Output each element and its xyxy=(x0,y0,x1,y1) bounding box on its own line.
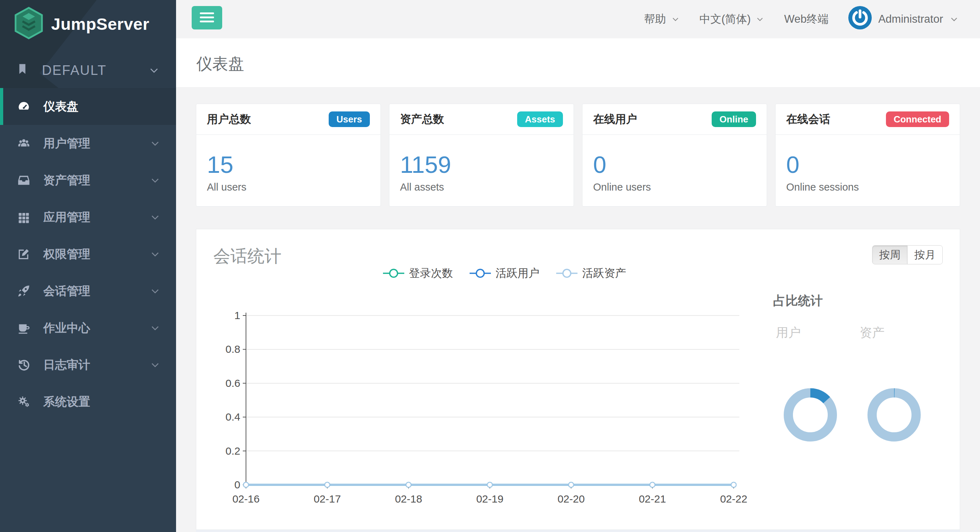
sidebar-item-label: 系统设置 xyxy=(43,394,90,410)
top-bar: 帮助 中文(简体) Web终端 Administrator xyxy=(176,0,980,38)
sidebar-toggle-button[interactable] xyxy=(192,6,222,29)
sidebar-item-label: 日志审计 xyxy=(43,357,90,373)
svg-text:02-21: 02-21 xyxy=(639,493,666,505)
range-toggle-group: 按周 按月 xyxy=(872,245,943,264)
legend-item-0[interactable]: 登录次数 xyxy=(383,266,453,281)
stat-card-total-users: 用户总数Users15All users xyxy=(196,104,381,206)
sidebar-header: JumpServer DEFAULT xyxy=(0,0,176,88)
chevron-down-icon xyxy=(150,359,161,370)
stat-cards-row: 用户总数Users15All users资产总数Assets1159All as… xyxy=(196,104,960,206)
sidebar: JumpServer DEFAULT 仪表盘用户管理资产管理应用管理权限管理会话… xyxy=(0,0,176,532)
language-menu[interactable]: 中文(简体) xyxy=(700,12,765,27)
sidebar-item-settings[interactable]: 系统设置 xyxy=(0,383,176,420)
range-week-button[interactable]: 按周 xyxy=(872,245,908,264)
top-right-menu: 帮助 中文(简体) Web终端 Administrator xyxy=(644,0,959,38)
stat-card-body: 15All users xyxy=(196,135,380,193)
legend-item-1[interactable]: 活跃用户 xyxy=(469,266,539,281)
sidebar-item-users[interactable]: 用户管理 xyxy=(0,125,176,162)
sidebar-item-assets[interactable]: 资产管理 xyxy=(0,162,176,199)
chart-legend: 登录次数活跃用户活跃资产 xyxy=(383,266,626,281)
stat-card-desc: All assets xyxy=(400,181,563,193)
panel-title: 会话统计 xyxy=(213,245,282,268)
chevron-down-icon xyxy=(150,212,161,222)
ratio-title: 占比统计 xyxy=(773,292,823,309)
user-menu[interactable]: Administrator xyxy=(848,6,959,32)
org-selector[interactable]: DEFAULT xyxy=(0,52,176,88)
svg-text:02-19: 02-19 xyxy=(476,493,504,505)
range-month-button[interactable]: 按月 xyxy=(907,245,943,264)
stat-card-badge: Users xyxy=(329,111,370,127)
help-menu[interactable]: 帮助 xyxy=(644,12,680,27)
chevron-down-icon xyxy=(671,15,680,24)
users-icon xyxy=(16,137,32,150)
svg-text:0.2: 0.2 xyxy=(225,445,240,457)
sidebar-item-label: 应用管理 xyxy=(43,210,90,226)
sidebar-menu: 仪表盘用户管理资产管理应用管理权限管理会话管理作业中心日志审计系统设置 xyxy=(0,88,176,420)
page-title-band: 仪表盘 xyxy=(176,38,980,88)
chevron-down-icon xyxy=(150,175,161,186)
page-title: 仪表盘 xyxy=(196,53,244,75)
stat-card-desc: Online users xyxy=(593,181,756,193)
sidebar-item-label: 会话管理 xyxy=(43,283,90,299)
stat-card-title: 资产总数 xyxy=(400,112,444,127)
chevron-down-icon xyxy=(150,322,161,333)
stat-card-badge: Connected xyxy=(886,111,949,127)
assets-donut-chart xyxy=(864,385,924,445)
stat-card-desc: Online sessions xyxy=(786,181,949,193)
stat-card-body: 0Online sessions xyxy=(776,135,960,193)
legend-item-2[interactable]: 活跃资产 xyxy=(556,266,626,281)
users-donut-label: 用户 xyxy=(776,324,801,341)
stat-card-value: 0 xyxy=(786,152,949,176)
legend-label: 活跃资产 xyxy=(582,266,626,281)
stat-card-title: 在线用户 xyxy=(593,112,637,127)
svg-text:0: 0 xyxy=(234,479,240,491)
stat-card-title: 在线会话 xyxy=(786,112,830,127)
line-series-marker-icon xyxy=(383,268,405,278)
stat-card-online-users: 在线用户Online0Online users xyxy=(582,104,767,206)
sidebar-item-dashboard[interactable]: 仪表盘 xyxy=(0,88,176,125)
chevron-down-icon xyxy=(150,138,161,149)
line-series-marker-icon xyxy=(556,268,578,278)
svg-text:1: 1 xyxy=(234,310,240,321)
stat-card-title: 用户总数 xyxy=(207,112,251,127)
bookmark-icon xyxy=(16,63,29,78)
stat-card-online-sessions: 在线会话Connected0Online sessions xyxy=(775,104,960,206)
history-icon xyxy=(16,358,32,372)
chevron-down-icon xyxy=(150,249,161,259)
avatar xyxy=(848,6,872,32)
sidebar-item-apps[interactable]: 应用管理 xyxy=(0,199,176,236)
stat-card-header: 用户总数Users xyxy=(196,104,380,135)
sidebar-item-audit[interactable]: 日志审计 xyxy=(0,346,176,383)
stat-card-body: 1159All assets xyxy=(389,135,574,193)
legend-label: 登录次数 xyxy=(409,266,453,281)
stat-card-header: 在线用户Online xyxy=(582,104,767,135)
username-label: Administrator xyxy=(878,13,943,25)
coffee-icon xyxy=(16,321,32,335)
sidebar-item-sessions[interactable]: 会话管理 xyxy=(0,273,176,310)
legend-label: 活跃用户 xyxy=(495,266,539,281)
sidebar-item-label: 资产管理 xyxy=(43,173,90,189)
help-label: 帮助 xyxy=(644,12,666,27)
stat-card-body: 0Online users xyxy=(582,135,767,193)
sidebar-item-jobs[interactable]: 作业中心 xyxy=(0,310,176,346)
session-line-chart: 00.20.40.60.8102-1602-1702-1802-1902-200… xyxy=(218,306,764,520)
stat-card-value: 1159 xyxy=(400,152,563,176)
svg-text:02-22: 02-22 xyxy=(720,493,748,505)
edit-icon xyxy=(16,248,32,261)
svg-text:0.4: 0.4 xyxy=(225,411,240,423)
brand-name: JumpServer xyxy=(51,14,150,34)
svg-text:02-17: 02-17 xyxy=(314,493,341,505)
stat-card-header: 在线会话Connected xyxy=(776,104,960,135)
sidebar-item-perms[interactable]: 权限管理 xyxy=(0,236,176,273)
stat-card-desc: All users xyxy=(207,181,370,193)
next-panel-edge xyxy=(196,530,960,532)
stat-card-value: 15 xyxy=(207,152,370,176)
svg-text:02-20: 02-20 xyxy=(558,493,585,505)
svg-text:0.6: 0.6 xyxy=(225,377,240,389)
web-terminal-label: Web终端 xyxy=(784,12,829,27)
dashboard-gauge-icon xyxy=(16,100,32,113)
brand-logo[interactable]: JumpServer xyxy=(13,6,150,41)
gears-icon xyxy=(16,395,32,408)
web-terminal-link[interactable]: Web终端 xyxy=(784,12,829,27)
jumpserver-hexagon-logo-icon xyxy=(13,6,44,41)
